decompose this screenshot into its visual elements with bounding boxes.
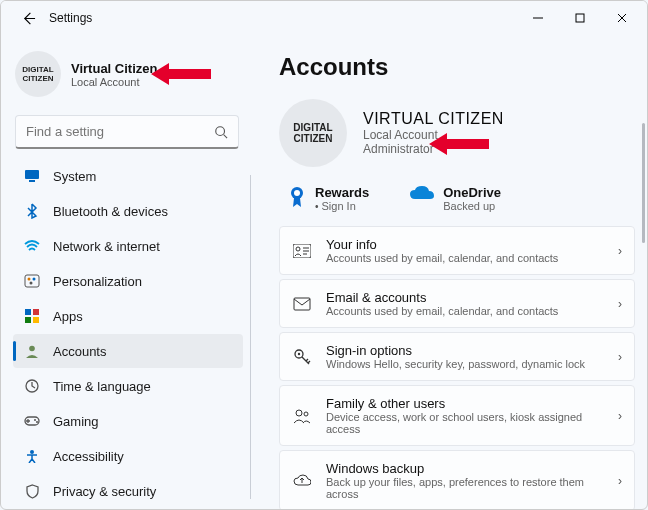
sidebar-item-privacy[interactable]: Privacy & security [13,474,243,508]
sidebar-item-apps[interactable]: Apps [13,299,243,333]
sidebar-item-system[interactable]: System [13,159,243,193]
sidebar-item-label: Privacy & security [53,484,156,499]
onedrive-icon [409,185,435,203]
apps-icon [23,307,41,325]
svg-point-18 [36,421,38,423]
hero-name: VIRTUAL CITIZEN [363,110,504,128]
svg-rect-13 [33,317,39,323]
svg-point-2 [216,126,225,135]
search-box[interactable] [15,115,239,149]
card-windows-backup[interactable]: Windows backupBack up your files, apps, … [279,450,635,509]
scrollbar-thumb[interactable] [642,123,645,243]
key-icon [292,347,312,367]
svg-rect-10 [25,309,31,315]
maximize-button[interactable] [559,3,601,33]
back-button[interactable] [15,5,41,31]
svg-point-29 [298,352,300,354]
minimize-button[interactable] [517,3,559,33]
sidebar-item-label: Bluetooth & devices [53,204,168,219]
window-title: Settings [49,11,92,25]
sidebar-item-label: Accounts [53,344,106,359]
hero-role: Administrator [363,142,504,156]
search-icon [214,125,228,139]
svg-point-21 [294,190,300,196]
your-info-icon [292,241,312,261]
system-icon [23,167,41,185]
sidebar-item-label: Gaming [53,414,99,429]
svg-point-14 [29,346,35,352]
avatar: DIGITALCITIZEN [15,51,61,97]
settings-window: Settings DIGITALCITIZEN Virtual Citizen … [0,0,648,510]
sidebar-item-accessibility[interactable]: Accessibility [13,439,243,473]
chevron-right-icon: › [618,350,622,364]
account-hero: DIGITALCITIZEN VIRTUAL CITIZEN Local Acc… [279,99,635,167]
card-title: Sign-in options [326,343,604,358]
sidebar-item-bluetooth[interactable]: Bluetooth & devices [13,194,243,228]
svg-rect-1 [576,14,584,22]
personalization-icon [23,272,41,290]
accounts-icon [23,342,41,360]
card-family-users[interactable]: Family & other usersDevice access, work … [279,385,635,446]
sidebar-item-personalization[interactable]: Personalization [13,264,243,298]
card-email-accounts[interactable]: Email & accountsAccounts used by email, … [279,279,635,328]
svg-point-19 [30,450,34,454]
svg-point-30 [296,410,302,416]
chevron-right-icon: › [618,474,622,488]
titlebar: Settings [1,1,647,35]
chevron-right-icon: › [618,244,622,258]
hero-meta: VIRTUAL CITIZEN Local Account Administra… [363,110,504,156]
card-sub: Device access, work or school users, kio… [326,411,604,435]
card-title: Email & accounts [326,290,604,305]
email-icon [292,294,312,314]
sidebar-item-accounts[interactable]: Accounts [13,334,243,368]
svg-line-3 [224,134,228,138]
card-sub: Back up your files, apps, preferences to… [326,476,604,500]
user-meta: Virtual Citizen Local Account [71,61,157,88]
card-signin-options[interactable]: Sign-in optionsWindows Hello, security k… [279,332,635,381]
family-icon [292,406,312,426]
accessibility-icon [23,447,41,465]
svg-rect-27 [294,298,310,310]
rewards-tile[interactable]: Rewards •Sign In [287,185,369,212]
sidebar-item-time[interactable]: Time & language [13,369,243,403]
backup-icon [292,471,312,491]
sidebar-item-label: Accessibility [53,449,124,464]
gaming-icon [23,412,41,430]
sidebar: DIGITALCITIZEN Virtual Citizen Local Acc… [1,35,251,509]
bluetooth-icon [23,202,41,220]
svg-rect-6 [25,275,39,287]
svg-rect-4 [25,170,39,179]
user-subtitle: Local Account [71,76,157,88]
nav: System Bluetooth & devices Network & int… [13,159,243,509]
svg-rect-5 [29,180,35,182]
rewards-icon [287,185,307,209]
tile-title: Rewards [315,185,369,200]
current-user[interactable]: DIGITALCITIZEN Virtual Citizen Local Acc… [13,45,243,111]
search-input[interactable] [26,124,214,139]
svg-point-31 [304,412,308,416]
sidebar-item-network[interactable]: Network & internet [13,229,243,263]
hero-account-type: Local Account [363,128,504,142]
window-controls [517,3,643,33]
tile-sub: Backed up [443,200,501,212]
svg-rect-12 [25,317,31,323]
tile-title: OneDrive [443,185,501,200]
user-name: Virtual Citizen [71,61,157,76]
account-tiles: Rewards •Sign In OneDrive Backed up [279,179,635,226]
svg-point-17 [34,419,36,421]
card-your-info[interactable]: Your infoAccounts used by email, calenda… [279,226,635,275]
onedrive-tile[interactable]: OneDrive Backed up [409,185,501,212]
sidebar-item-gaming[interactable]: Gaming [13,404,243,438]
card-title: Your info [326,237,604,252]
sidebar-item-label: Personalization [53,274,142,289]
page-title: Accounts [279,53,635,81]
card-title: Windows backup [326,461,604,476]
close-button[interactable] [601,3,643,33]
tile-sub: •Sign In [315,200,369,212]
main-panel: Accounts DIGITALCITIZEN VIRTUAL CITIZEN … [251,35,647,509]
sidebar-item-label: Apps [53,309,83,324]
svg-point-8 [33,278,36,281]
card-sub: Windows Hello, security key, password, d… [326,358,604,370]
sidebar-item-label: Network & internet [53,239,160,254]
settings-cards: Your infoAccounts used by email, calenda… [279,226,635,509]
